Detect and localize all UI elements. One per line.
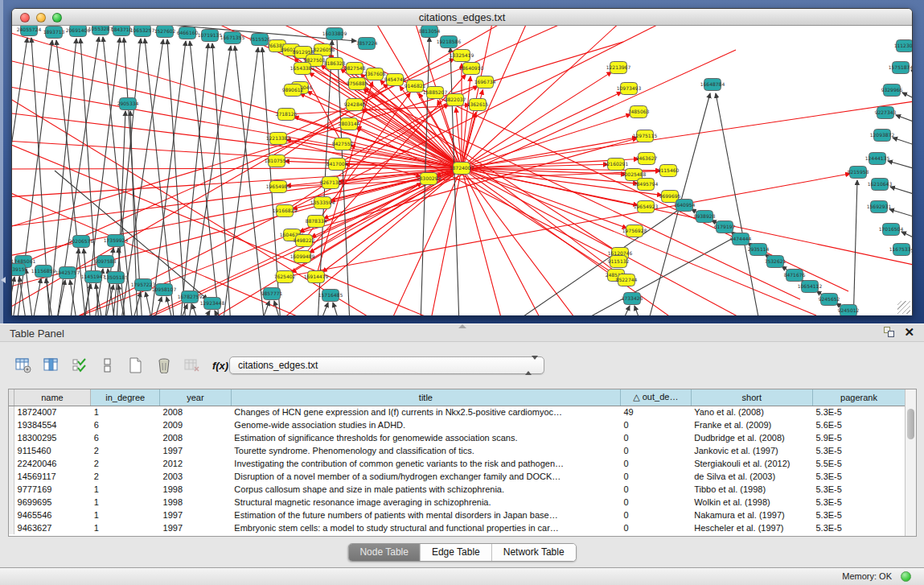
column-header-name[interactable]: name bbox=[14, 389, 91, 406]
table-cell[interactable]: Dudbridge et al. (2008) bbox=[691, 431, 812, 444]
table-cell[interactable]: 6 bbox=[91, 431, 160, 444]
table-row[interactable]: 1456911722003Disruption of a novel membe… bbox=[9, 470, 906, 483]
table-cell[interactable]: 0 bbox=[620, 444, 691, 457]
close-panel-icon[interactable]: ✕ bbox=[904, 327, 914, 337]
table-cell[interactable]: 5.3E-5 bbox=[812, 470, 905, 483]
network-edge[interactable] bbox=[167, 39, 186, 315]
network-edge[interactable] bbox=[634, 306, 642, 315]
table-cell[interactable]: 5.3E-5 bbox=[812, 496, 905, 509]
network-edge[interactable] bbox=[300, 93, 462, 168]
table-cell[interactable]: 0 bbox=[620, 457, 691, 470]
table-cell[interactable]: 2003 bbox=[160, 470, 232, 483]
table-cell[interactable]: de Silva et al. (2003) bbox=[691, 470, 812, 483]
table-cell[interactable]: 5.9E-5 bbox=[812, 431, 905, 444]
table-cell[interactable]: 1 bbox=[91, 521, 160, 534]
table-cell[interactable]: 1997 bbox=[160, 509, 232, 521]
function-builder-button[interactable]: f(x) bbox=[211, 356, 229, 375]
table-cell[interactable]: Nakamura et al. (1997) bbox=[691, 509, 812, 521]
network-edge[interactable] bbox=[462, 168, 912, 267]
column-header-pagerank[interactable]: pagerank bbox=[812, 389, 905, 406]
table-cell[interactable]: 49 bbox=[620, 406, 691, 418]
column-header-short[interactable]: short bbox=[691, 389, 812, 406]
new-column-button[interactable] bbox=[127, 356, 145, 375]
network-edge[interactable] bbox=[853, 180, 857, 315]
table-cell[interactable]: 1998 bbox=[160, 496, 232, 509]
table-row[interactable]: 977716911998Corpus callosum shape and si… bbox=[9, 483, 906, 496]
network-edge[interactable] bbox=[890, 187, 912, 197]
table-cell[interactable]: 9115460 bbox=[14, 444, 91, 457]
network-edge[interactable] bbox=[179, 304, 187, 315]
table-cell[interactable]: 1 bbox=[91, 496, 160, 509]
table-cell[interactable]: Structural magnetic resonance image aver… bbox=[231, 496, 620, 509]
table-cell[interactable]: Yano et al. (2008) bbox=[691, 406, 812, 418]
table-cell[interactable]: 5.6E-5 bbox=[812, 418, 905, 431]
table-cell[interactable]: 0 bbox=[620, 470, 691, 483]
column-header-△ out_de…[interactable]: △ out_de… bbox=[620, 389, 691, 406]
table-cell[interactable]: 0 bbox=[620, 496, 691, 509]
table-cell[interactable]: 9463627 bbox=[14, 521, 91, 534]
table-cell[interactable]: Wolkin et al. (1998) bbox=[691, 496, 812, 509]
tab-edge-table[interactable]: Edge Table bbox=[421, 544, 492, 561]
table-cell[interactable]: 22420046 bbox=[14, 457, 91, 470]
table-row[interactable]: 946362711997Embryonic stem cells: a mode… bbox=[9, 521, 906, 534]
tab-network-table[interactable]: Network Table bbox=[492, 544, 576, 561]
network-edge[interactable] bbox=[70, 280, 77, 315]
table-cell[interactable]: 5.3E-5 bbox=[812, 483, 905, 496]
table-cell[interactable]: Stergiakouli et al. (2012) bbox=[691, 457, 812, 470]
table-cell[interactable]: 2 bbox=[91, 457, 160, 470]
table-cell[interactable]: 18724007 bbox=[14, 406, 91, 418]
table-cell[interactable]: 9777169 bbox=[14, 483, 91, 496]
network-edge[interactable] bbox=[12, 168, 462, 229]
network-edge[interactable] bbox=[285, 104, 449, 211]
scrollbar-thumb[interactable] bbox=[907, 409, 914, 439]
network-edge[interactable] bbox=[26, 269, 33, 315]
table-cell[interactable]: 1 bbox=[91, 509, 160, 521]
network-edge[interactable] bbox=[150, 41, 186, 315]
table-cell[interactable]: 2 bbox=[91, 470, 160, 483]
table-row[interactable]: 946554611997Estimation of the future num… bbox=[9, 509, 906, 521]
table-cell[interactable]: Investigating the contribution of common… bbox=[231, 457, 620, 470]
table-cell[interactable]: Changes of HCN gene expression and I(f) … bbox=[231, 406, 620, 418]
table-cell[interactable]: Disruption of a novel member of a sodium… bbox=[231, 470, 620, 483]
table-cell[interactable]: 2 bbox=[91, 444, 160, 457]
table-cell[interactable]: 5.3E-5 bbox=[812, 509, 905, 521]
table-cell[interactable]: Estimation of significance thresholds fo… bbox=[231, 431, 620, 444]
table-cell[interactable]: 0 bbox=[620, 483, 691, 496]
table-cell[interactable]: 0 bbox=[620, 509, 691, 521]
table-row[interactable]: 911546021997Tourette syndrome. Phenomeno… bbox=[9, 444, 906, 457]
table-cell[interactable]: 0 bbox=[620, 521, 691, 534]
network-view[interactable]: 2405572418937132069140610553287184371010… bbox=[12, 26, 912, 315]
table-cell[interactable]: Corpus callosum shape and size in male p… bbox=[231, 483, 620, 496]
panel-collapse-arrow-icon[interactable] bbox=[1, 277, 6, 283]
network-edge[interactable] bbox=[333, 303, 340, 315]
table-select-dropdown[interactable]: citations_edges.txt bbox=[229, 356, 544, 374]
table-cell[interactable]: Jankovic et al. (1997) bbox=[691, 444, 812, 457]
network-edge[interactable] bbox=[192, 304, 199, 315]
network-edge[interactable] bbox=[462, 168, 503, 315]
column-header-in_degree[interactable]: in_degree bbox=[91, 389, 160, 406]
table-cell[interactable]: 1 bbox=[91, 483, 160, 496]
table-cell[interactable]: Genome-wide association studies in ADHD. bbox=[231, 418, 620, 431]
table-cell[interactable]: Embryonic stem cells: a model to study s… bbox=[231, 521, 620, 534]
table-cell[interactable]: 5.3E-5 bbox=[812, 406, 905, 418]
table-cell[interactable]: 9465546 bbox=[14, 509, 91, 521]
table-cell[interactable]: 2012 bbox=[160, 457, 232, 470]
network-edge[interactable] bbox=[911, 70, 912, 80]
table-row[interactable]: 1872400712008Changes of HCN gene express… bbox=[9, 406, 906, 418]
network-edge[interactable] bbox=[32, 278, 41, 315]
network-edge[interactable] bbox=[896, 115, 912, 126]
select-all-rows-button[interactable] bbox=[71, 356, 88, 375]
network-edge[interactable] bbox=[888, 161, 912, 171]
network-edge[interactable] bbox=[117, 111, 125, 315]
network-edge[interactable] bbox=[201, 311, 210, 315]
window-resize-grip[interactable] bbox=[897, 301, 910, 314]
table-cell[interactable]: 1 bbox=[91, 406, 160, 418]
column-header-title[interactable]: title bbox=[231, 389, 620, 406]
table-cell[interactable]: 2008 bbox=[160, 431, 232, 444]
float-window-icon[interactable] bbox=[884, 327, 894, 337]
table-cell[interactable]: 14569117 bbox=[14, 470, 91, 483]
network-edge[interactable] bbox=[60, 26, 671, 315]
clear-selection-button[interactable] bbox=[99, 356, 117, 375]
table-cell[interactable]: 1997 bbox=[160, 444, 232, 457]
network-edge[interactable] bbox=[450, 47, 459, 315]
